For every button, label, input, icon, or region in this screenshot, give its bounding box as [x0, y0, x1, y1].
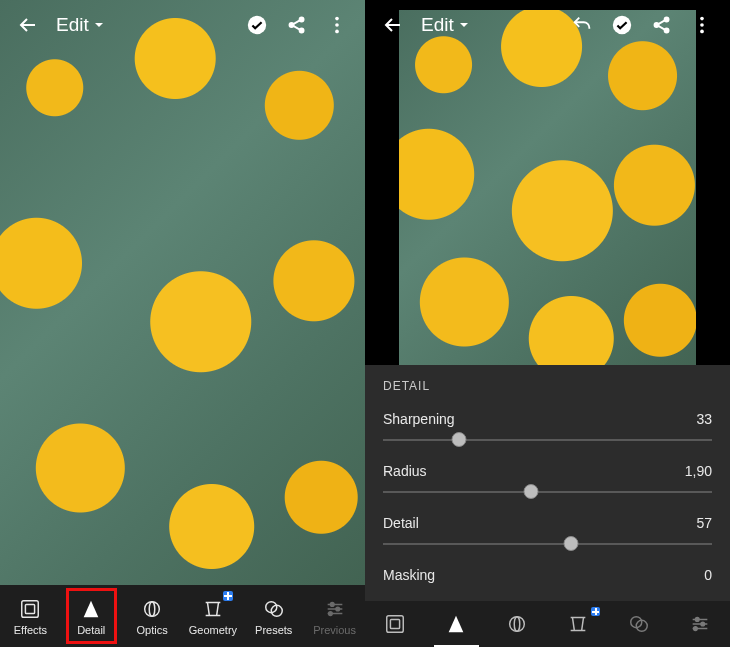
slider-label: Radius [383, 463, 427, 479]
svg-point-0 [248, 16, 266, 34]
share-button[interactable] [642, 5, 682, 45]
arrow-left-icon [381, 13, 405, 37]
svg-point-26 [514, 617, 520, 632]
bottom-icon-strip [365, 601, 730, 647]
slider-label: Sharpening [383, 411, 455, 427]
previous-icon [689, 613, 711, 635]
bottom-tab-bar: Effects Detail Optics Geometry Preset [0, 585, 365, 647]
svg-point-2 [300, 17, 304, 21]
slider-thumb[interactable] [563, 536, 578, 551]
svg-point-17 [654, 23, 658, 27]
svg-point-20 [700, 17, 704, 21]
svg-point-9 [145, 601, 160, 616]
svg-point-5 [335, 23, 339, 27]
svg-rect-7 [22, 600, 39, 617]
slider-value: 0 [704, 567, 712, 583]
svg-point-6 [335, 30, 339, 34]
optics-icon [506, 613, 528, 635]
edited-photo [0, 0, 365, 585]
slider-thumb[interactable] [524, 484, 539, 499]
accept-button[interactable] [602, 5, 642, 45]
slider-masking: Masking 0 [383, 567, 712, 583]
slider-value: 33 [696, 411, 712, 427]
tab-effects[interactable]: Effects [0, 585, 61, 647]
slider-label: Detail [383, 515, 419, 531]
slider-label: Masking [383, 567, 435, 583]
top-bar: Edit [0, 0, 365, 50]
slider-thumb[interactable] [451, 432, 466, 447]
presets-icon [262, 597, 286, 621]
previous-icon [323, 597, 347, 621]
svg-point-30 [700, 622, 704, 626]
tab-presets[interactable]: Presets [243, 585, 304, 647]
tab-label: Effects [14, 624, 47, 636]
presets-icon [628, 613, 650, 635]
tab-previous[interactable] [669, 601, 730, 647]
tab-label: Previous [313, 624, 356, 636]
more-vertical-icon [691, 14, 713, 36]
checkmark-circle-icon [611, 14, 633, 36]
tab-label: Geometry [189, 624, 237, 636]
tab-detail[interactable] [426, 601, 487, 647]
share-icon [286, 14, 308, 36]
premium-badge-icon [591, 607, 600, 616]
svg-point-1 [289, 23, 293, 27]
back-button[interactable] [373, 5, 413, 45]
slider-track[interactable] [383, 485, 712, 499]
overflow-menu-button[interactable] [317, 5, 357, 45]
tab-optics[interactable] [487, 601, 548, 647]
premium-badge-icon [223, 591, 233, 601]
tab-label: Optics [136, 624, 167, 636]
svg-point-29 [695, 618, 699, 622]
effects-icon [384, 613, 406, 635]
svg-rect-24 [391, 619, 400, 628]
detail-panel: DETAIL Sharpening 33 Radius 1,90 [365, 365, 730, 601]
slider-track[interactable] [383, 433, 712, 447]
svg-point-15 [328, 611, 332, 615]
svg-point-16 [613, 16, 631, 34]
svg-point-3 [300, 28, 304, 32]
photo-viewport[interactable] [365, 0, 730, 365]
tab-presets[interactable] [608, 601, 669, 647]
edit-mode-dropdown[interactable]: Edit [48, 14, 113, 36]
edit-mode-dropdown[interactable]: Edit [413, 14, 478, 36]
undo-button[interactable] [562, 5, 602, 45]
edited-photo [399, 10, 696, 365]
edit-mode-label: Edit [421, 14, 454, 36]
accept-button[interactable] [237, 5, 277, 45]
tab-geometry[interactable]: Geometry [182, 585, 243, 647]
tab-detail[interactable]: Detail [61, 585, 122, 647]
arrow-left-icon [16, 13, 40, 37]
effects-icon [18, 597, 42, 621]
checkmark-circle-icon [246, 14, 268, 36]
right-screen: Edit DETAIL Sharpening 33 [365, 0, 730, 647]
tab-optics[interactable]: Optics [122, 585, 183, 647]
svg-rect-8 [26, 604, 35, 613]
svg-point-22 [700, 30, 704, 34]
caret-down-icon [93, 19, 105, 31]
tab-previous[interactable]: Previous [304, 585, 365, 647]
svg-point-18 [665, 17, 669, 21]
svg-point-25 [510, 617, 525, 632]
svg-point-21 [700, 23, 704, 27]
tab-label: Presets [255, 624, 292, 636]
photo-viewport[interactable] [0, 0, 365, 585]
geometry-icon [201, 597, 225, 621]
top-bar: Edit [365, 0, 730, 50]
svg-point-31 [693, 627, 697, 631]
slider-track[interactable] [383, 537, 712, 551]
detail-icon [79, 597, 103, 621]
detail-icon [445, 613, 467, 635]
overflow-menu-button[interactable] [682, 5, 722, 45]
share-icon [651, 14, 673, 36]
back-button[interactable] [8, 5, 48, 45]
panel-title: DETAIL [383, 379, 712, 393]
tab-geometry[interactable] [547, 601, 608, 647]
tab-effects[interactable] [365, 601, 426, 647]
tab-label: Detail [77, 624, 105, 636]
slider-value: 1,90 [685, 463, 712, 479]
svg-point-19 [665, 28, 669, 32]
svg-point-10 [149, 601, 155, 616]
more-vertical-icon [326, 14, 348, 36]
share-button[interactable] [277, 5, 317, 45]
